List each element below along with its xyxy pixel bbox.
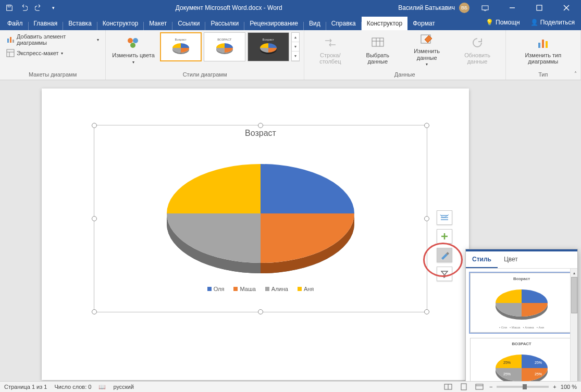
tab-mailings[interactable]: Рассылки <box>205 17 244 30</box>
tab-references[interactable]: Ссылки <box>172 17 205 30</box>
resize-handle[interactable] <box>424 123 429 128</box>
user-avatar[interactable]: ВБ <box>459 3 469 13</box>
svg-text:25%: 25% <box>503 361 511 364</box>
gallery-scroll-up-icon[interactable]: ▴ <box>292 33 299 42</box>
switch-row-col-label: Строка/ столбец <box>311 52 350 65</box>
change-colors-label: Изменить цвета <box>112 52 154 58</box>
chart-side-buttons <box>437 210 452 281</box>
quick-layout-button[interactable]: Экспресс-макет ▾ <box>4 48 101 58</box>
maximize-icon[interactable] <box>528 0 551 16</box>
svg-rect-28 <box>546 41 548 48</box>
zoom-level[interactable]: 100 % <box>561 384 577 390</box>
quick-access-toolbar: ▾ <box>0 2 63 14</box>
gallery-more-icon[interactable]: ▾ <box>292 52 299 61</box>
tell-me-button[interactable]: 💡Помощн <box>481 17 524 28</box>
chart-styles-icon[interactable] <box>437 248 452 262</box>
change-chart-type-button[interactable]: Изменить тип диаграммы <box>510 32 576 67</box>
flyout-scrollbar[interactable]: ▴ ▾ <box>570 269 577 381</box>
word-count[interactable]: Число слов: 0 <box>54 384 91 390</box>
quick-layout-label: Экспресс-макет <box>17 50 59 56</box>
share-button[interactable]: 👤Поделиться <box>526 17 579 28</box>
chart-object[interactable]: Возраст Оля Маша Алина Аня <box>94 125 427 312</box>
legend-item: Алина <box>271 286 288 292</box>
refresh-data-icon <box>469 34 486 51</box>
zoom-in-icon[interactable]: + <box>553 384 556 390</box>
flyout-style-card-2[interactable]: ВОЗРАСТ 25%25%25%25% <box>470 338 573 381</box>
document-title: Документ Microsoft Word.docx - Word <box>63 4 395 11</box>
refresh-data-label: Обновить данные <box>456 52 499 65</box>
page-indicator[interactable]: Страница 1 из 1 <box>4 384 47 390</box>
svg-point-14 <box>130 43 135 48</box>
tab-help[interactable]: Справка <box>326 17 361 30</box>
redo-icon[interactable] <box>32 2 45 14</box>
print-layout-icon[interactable] <box>458 383 469 391</box>
chart-layout-options-icon[interactable] <box>437 210 452 225</box>
svg-rect-8 <box>13 40 14 43</box>
svg-text:25%: 25% <box>535 361 542 364</box>
ribbon-display-icon[interactable] <box>474 0 497 16</box>
scroll-thumb[interactable] <box>571 277 577 313</box>
flyout-tab-style[interactable]: Стиль <box>466 251 498 268</box>
chart-style-3[interactable]: Возраст <box>248 32 289 61</box>
chart-style-2[interactable]: ВОЗРАСТ <box>204 32 245 61</box>
flyout-style-card-1[interactable]: Возраст • Оля • Маша • Алина • Аня <box>470 273 573 333</box>
tab-file[interactable]: Файл <box>2 17 28 30</box>
share-label: Поделиться <box>540 19 575 26</box>
tell-me-label: Помощн <box>496 19 520 26</box>
read-mode-icon[interactable] <box>442 383 454 391</box>
legend-item: Аня <box>304 286 314 292</box>
chart-filters-icon[interactable] <box>437 267 452 281</box>
scroll-up-icon[interactable]: ▴ <box>571 269 577 277</box>
tab-view[interactable]: Вид <box>304 17 326 30</box>
resize-handle[interactable] <box>424 216 429 221</box>
lightbulb-icon: 💡 <box>486 19 493 26</box>
flyout-tab-color[interactable]: Цвет <box>498 251 524 268</box>
gallery-scroll-down-icon[interactable]: ▾ <box>292 42 299 52</box>
tab-home[interactable]: Главная <box>29 17 63 30</box>
resize-handle[interactable] <box>424 309 429 314</box>
chart-style-1[interactable]: Возраст <box>160 32 202 61</box>
qat-dropdown-icon[interactable]: ▾ <box>47 2 59 14</box>
minimize-icon[interactable] <box>501 0 524 16</box>
legend-item: Оля <box>214 286 225 292</box>
tab-chart-design[interactable]: Конструктор <box>362 17 407 30</box>
zoom-slider[interactable] <box>497 386 549 388</box>
save-icon[interactable] <box>3 2 16 14</box>
select-data-button[interactable]: Выбрать данные <box>355 32 400 67</box>
select-data-label: Выбрать данные <box>357 52 398 65</box>
spell-check-icon[interactable]: 📖 <box>98 384 106 390</box>
chart-legend[interactable]: Оля Маша Алина Аня <box>94 286 427 292</box>
svg-rect-21 <box>372 38 384 46</box>
status-bar: Страница 1 из 1 Число слов: 0 📖 русский … <box>0 381 581 392</box>
svg-rect-9 <box>7 49 14 57</box>
undo-icon[interactable] <box>18 2 30 14</box>
resize-handle[interactable] <box>92 123 97 128</box>
edit-data-button[interactable]: Изменить данные ▾ <box>403 32 451 67</box>
tab-insert[interactable]: Вставка <box>63 17 97 30</box>
add-chart-element-button[interactable]: Добавить элемент диаграммы ▾ <box>4 32 101 47</box>
resize-handle[interactable] <box>92 216 97 221</box>
add-element-label: Добавить элемент диаграммы <box>17 33 95 46</box>
svg-point-13 <box>133 38 138 43</box>
group-type-label: Тип <box>510 70 576 79</box>
tab-layout[interactable]: Макет <box>144 17 172 30</box>
chart-elements-icon[interactable] <box>437 229 452 244</box>
resize-handle[interactable] <box>258 123 263 128</box>
group-styles-label: Стили диаграмм <box>110 70 299 79</box>
svg-text:25%: 25% <box>535 372 542 376</box>
collapse-ribbon-icon[interactable]: ˄ <box>574 71 577 77</box>
change-colors-button[interactable]: Изменить цвета ▾ <box>110 32 156 67</box>
pie-chart[interactable] <box>146 138 375 284</box>
language-indicator[interactable]: русский <box>113 384 133 390</box>
tab-review[interactable]: Рецензирование <box>244 17 303 30</box>
card-title: Возраст <box>513 276 530 281</box>
web-layout-icon[interactable] <box>474 383 485 391</box>
user-name[interactable]: Василий Батькавич <box>398 4 455 11</box>
tab-design[interactable]: Конструктор <box>97 17 143 30</box>
close-icon[interactable] <box>555 0 578 16</box>
zoom-out-icon[interactable]: − <box>489 384 492 390</box>
tab-chart-format[interactable]: Формат <box>407 17 440 30</box>
resize-handle[interactable] <box>258 309 263 314</box>
resize-handle[interactable] <box>92 309 97 314</box>
user-area: Василий Батькавич ВБ <box>395 0 581 16</box>
